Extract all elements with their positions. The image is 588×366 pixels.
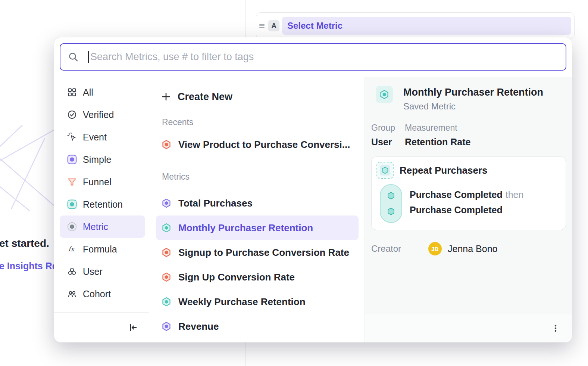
collapse-sidebar-button[interactable] (128, 322, 138, 333)
page-background: et started. e Insights Re A Select Metri… (0, 0, 588, 366)
formula-icon: fx (67, 244, 77, 254)
sidebar-item-label: All (83, 87, 93, 98)
retention-metric-icon (161, 222, 172, 233)
definition-card: Repeat Purchasers Purchase Completedthen (371, 156, 566, 230)
saved-metric-dashed-icon (376, 162, 394, 179)
select-metric-field[interactable]: Select Metric (282, 17, 571, 35)
recents-header: Recents (162, 117, 359, 127)
group-label: Group (371, 123, 405, 133)
measurement-label: Measurement (405, 123, 572, 133)
step-connector: then (506, 189, 524, 200)
detail-header: Monthly Purchaser Retention Saved Metric (365, 77, 572, 112)
funnel-icon (67, 177, 77, 187)
cohort-icon (67, 289, 77, 299)
sidebar-item-label: Retention (83, 199, 123, 210)
step-1-label: Purchase Completed (410, 189, 503, 200)
metric-list-column: Create New Recents View Product to Purch… (149, 77, 365, 342)
metric-list-item[interactable]: Revenue (156, 314, 359, 339)
step-2-label: Purchase Completed (410, 205, 503, 215)
sidebar-item-label: Funnel (83, 177, 111, 187)
create-new-label: Create New (178, 91, 232, 103)
background-link-fragment[interactable]: e Insights Re (0, 261, 57, 272)
detail-info: Group Measurement User Retention Rate (371, 123, 572, 148)
filter-sidebar: AllVerifiedEventSimpleFunnelRetentionMet… (54, 77, 149, 342)
metric-item-label: Monthly Purchaser Retention (178, 222, 313, 234)
creator-label: Creator (371, 244, 428, 254)
metric-item-label: Total Purchases (178, 198, 253, 209)
creator-avatar: JB (428, 242, 442, 255)
cursor-click-icon (67, 132, 77, 142)
search-input[interactable] (60, 43, 566, 71)
metric-list-item[interactable]: Monthly Purchaser Retention (156, 215, 359, 240)
sidebar-item-verified[interactable]: Verified (60, 103, 145, 126)
sidebar-item-label: Formula (83, 244, 117, 255)
sidebar-item-event[interactable]: Event (60, 126, 145, 148)
svg-text:fx: fx (68, 245, 75, 253)
simple-metric-icon (67, 155, 77, 164)
plus-icon (161, 92, 171, 102)
sidebar-item-label: Metric (83, 221, 108, 232)
detail-subtitle: Saved Metric (403, 101, 543, 112)
list-divider (157, 165, 358, 165)
definition-name: Repeat Purchasers (400, 165, 488, 176)
grid-icon (67, 87, 77, 97)
metric-item-label: Sign Up Conversion Rate (178, 272, 295, 283)
search-bar (60, 43, 566, 71)
retention-metric-icon (161, 296, 172, 307)
metric-list-item[interactable]: Sign Up Conversion Rate (156, 265, 359, 289)
metric-icon (67, 222, 77, 232)
metric-item-label: Weekly Purchase Retention (178, 296, 306, 308)
verified-badge-icon (67, 110, 77, 120)
more-options-button[interactable] (551, 324, 560, 332)
simple-metric-icon (161, 321, 172, 332)
sidebar-item-label: Event (83, 132, 107, 143)
background-heading-fragment: et started. (0, 238, 49, 249)
sidebar-item-label: Cohort (83, 289, 111, 300)
select-metric-label: Select Metric (287, 21, 343, 31)
detail-title: Monthly Purchaser Retention (403, 87, 543, 98)
create-new-button[interactable]: Create New (156, 86, 359, 108)
metrics-header: Metrics (162, 172, 359, 182)
step-hexagon-icon (386, 207, 396, 216)
creator-name: Jenna Bono (448, 244, 497, 254)
sidebar-footer (54, 312, 149, 342)
metric-list-item[interactable]: Total Purchases (156, 191, 359, 215)
sidebar-item-all[interactable]: All (60, 81, 145, 103)
funnel-metric-icon (161, 247, 172, 258)
retention-metric-icon (376, 86, 393, 103)
metric-list-item[interactable]: Weekly Purchase Retention (156, 289, 359, 314)
metric-bar: A Select Metric (256, 12, 575, 39)
funnel-metric-icon (161, 139, 172, 150)
definition-steps: Purchase Completedthen Purchase Complete… (410, 187, 523, 223)
sidebar-item-simple[interactable]: Simple (60, 148, 145, 171)
measurement-value: Retention Rate (405, 137, 572, 148)
step-hexagon-icon (386, 191, 396, 201)
funnel-metric-icon (161, 272, 172, 283)
sidebar-item-metric[interactable]: Metric (60, 215, 145, 238)
sidebar-item-user[interactable]: User (60, 260, 145, 283)
sidebar-item-cohort[interactable]: Cohort (60, 283, 145, 305)
simple-metric-icon (161, 198, 172, 209)
metric-item-label: View Product to Purchase Conversi... (178, 139, 350, 151)
text-caret (88, 51, 89, 63)
sidebar-item-label: User (83, 266, 103, 277)
creator-row: Creator JB Jenna Bono (371, 242, 566, 255)
metric-picker-modal: AllVerifiedEventSimpleFunnelRetentionMet… (54, 37, 572, 342)
series-letter-chip: A (268, 20, 279, 31)
decorative-chart-lines (0, 123, 56, 220)
metric-list-item[interactable]: View Product to Purchase Conversi... (156, 133, 359, 156)
retention-icon (67, 199, 77, 209)
drag-handle-icon[interactable] (258, 23, 266, 28)
sidebar-item-retention[interactable]: Retention (60, 193, 145, 215)
metric-list-item[interactable]: Signup to Purchase Conversion Rate (156, 240, 359, 265)
sidebar-item-label: Simple (83, 154, 111, 165)
metric-item-label: Signup to Purchase Conversion Rate (178, 247, 349, 258)
sidebar-item-formula[interactable]: fxFormula (60, 238, 145, 260)
user-flower-icon (67, 267, 77, 276)
sidebar-item-funnel[interactable]: Funnel (60, 171, 145, 193)
funnel-steps-capsule (380, 184, 402, 223)
metric-item-label: Revenue (178, 321, 219, 332)
metric-detail-panel: Monthly Purchaser Retention Saved Metric… (365, 77, 572, 342)
detail-footer (365, 314, 572, 342)
sidebar-item-label: Verified (83, 109, 114, 120)
